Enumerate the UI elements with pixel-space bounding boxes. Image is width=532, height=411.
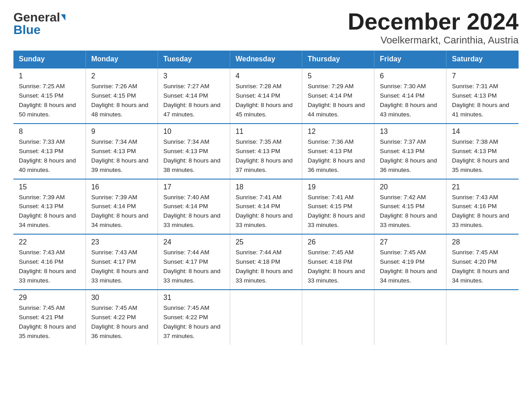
day-info: Sunrise: 7:45 AMSunset: 4:22 PMDaylight:… bbox=[163, 304, 221, 339]
weekday-header: Saturday bbox=[446, 51, 519, 68]
day-info: Sunrise: 7:36 AMSunset: 4:13 PMDaylight:… bbox=[308, 138, 365, 173]
calendar-week-row: 8 Sunrise: 7:33 AMSunset: 4:13 PMDayligh… bbox=[13, 124, 519, 179]
day-number: 4 bbox=[236, 72, 296, 80]
day-info: Sunrise: 7:43 AMSunset: 4:16 PMDaylight:… bbox=[452, 194, 509, 229]
calendar-cell: 24 Sunrise: 7:44 AMSunset: 4:17 PMDaylig… bbox=[158, 234, 230, 290]
calendar-cell: 12 Sunrise: 7:36 AMSunset: 4:13 PMDaylig… bbox=[302, 124, 374, 179]
day-number: 6 bbox=[380, 72, 441, 80]
day-info: Sunrise: 7:25 AMSunset: 4:15 PMDaylight:… bbox=[19, 83, 76, 118]
day-number: 9 bbox=[91, 128, 152, 136]
calendar-cell: 16 Sunrise: 7:39 AMSunset: 4:14 PMDaylig… bbox=[86, 179, 158, 235]
weekday-header: Sunday bbox=[13, 51, 86, 68]
calendar-week-row: 1 Sunrise: 7:25 AMSunset: 4:15 PMDayligh… bbox=[13, 68, 519, 124]
day-number: 12 bbox=[308, 128, 369, 136]
day-number: 22 bbox=[19, 238, 80, 246]
calendar-cell: 5 Sunrise: 7:29 AMSunset: 4:14 PMDayligh… bbox=[302, 68, 374, 124]
day-number: 10 bbox=[163, 128, 224, 136]
day-info: Sunrise: 7:39 AMSunset: 4:14 PMDaylight:… bbox=[91, 194, 149, 229]
calendar-cell: 23 Sunrise: 7:43 AMSunset: 4:17 PMDaylig… bbox=[86, 234, 158, 290]
calendar-cell: 21 Sunrise: 7:43 AMSunset: 4:16 PMDaylig… bbox=[446, 179, 519, 235]
day-number: 16 bbox=[91, 183, 152, 191]
day-number: 27 bbox=[380, 238, 441, 246]
calendar-week-row: 22 Sunrise: 7:43 AMSunset: 4:16 PMDaylig… bbox=[13, 234, 519, 290]
weekday-header: Friday bbox=[374, 51, 446, 68]
calendar-cell: 30 Sunrise: 7:45 AMSunset: 4:22 PMDaylig… bbox=[86, 290, 158, 345]
calendar-cell: 14 Sunrise: 7:38 AMSunset: 4:13 PMDaylig… bbox=[446, 124, 519, 179]
day-info: Sunrise: 7:35 AMSunset: 4:13 PMDaylight:… bbox=[236, 138, 293, 173]
calendar-cell: 7 Sunrise: 7:31 AMSunset: 4:13 PMDayligh… bbox=[446, 68, 519, 124]
calendar-cell: 19 Sunrise: 7:41 AMSunset: 4:15 PMDaylig… bbox=[302, 179, 374, 235]
day-info: Sunrise: 7:33 AMSunset: 4:13 PMDaylight:… bbox=[19, 138, 76, 173]
day-number: 26 bbox=[308, 238, 369, 246]
calendar-cell: 27 Sunrise: 7:45 AMSunset: 4:19 PMDaylig… bbox=[374, 234, 446, 290]
page-title: December 2024 bbox=[348, 9, 519, 34]
day-info: Sunrise: 7:45 AMSunset: 4:21 PMDaylight:… bbox=[19, 304, 76, 339]
day-number: 1 bbox=[19, 72, 80, 80]
calendar-cell: 29 Sunrise: 7:45 AMSunset: 4:21 PMDaylig… bbox=[13, 290, 86, 345]
calendar-cell: 18 Sunrise: 7:41 AMSunset: 4:14 PMDaylig… bbox=[230, 179, 302, 235]
weekday-header: Wednesday bbox=[230, 51, 302, 68]
calendar-table: SundayMondayTuesdayWednesdayThursdayFrid… bbox=[13, 51, 519, 344]
day-number: 21 bbox=[452, 183, 513, 191]
day-info: Sunrise: 7:41 AMSunset: 4:14 PMDaylight:… bbox=[236, 194, 293, 229]
day-number: 23 bbox=[91, 238, 152, 246]
calendar-cell: 25 Sunrise: 7:44 AMSunset: 4:18 PMDaylig… bbox=[230, 234, 302, 290]
calendar-cell: 17 Sunrise: 7:40 AMSunset: 4:14 PMDaylig… bbox=[158, 179, 230, 235]
day-number: 20 bbox=[380, 183, 441, 191]
day-number: 2 bbox=[91, 72, 152, 80]
day-info: Sunrise: 7:45 AMSunset: 4:20 PMDaylight:… bbox=[452, 249, 509, 284]
calendar-cell: 28 Sunrise: 7:45 AMSunset: 4:20 PMDaylig… bbox=[446, 234, 519, 290]
day-number: 14 bbox=[452, 128, 513, 136]
calendar-cell: 20 Sunrise: 7:42 AMSunset: 4:15 PMDaylig… bbox=[374, 179, 446, 235]
day-info: Sunrise: 7:45 AMSunset: 4:18 PMDaylight:… bbox=[308, 249, 365, 284]
day-number: 7 bbox=[452, 72, 513, 80]
day-info: Sunrise: 7:34 AMSunset: 4:13 PMDaylight:… bbox=[163, 138, 221, 173]
day-number: 15 bbox=[19, 183, 80, 191]
day-info: Sunrise: 7:41 AMSunset: 4:15 PMDaylight:… bbox=[308, 194, 365, 229]
calendar-cell: 3 Sunrise: 7:27 AMSunset: 4:14 PMDayligh… bbox=[158, 68, 230, 124]
day-info: Sunrise: 7:44 AMSunset: 4:17 PMDaylight:… bbox=[163, 249, 221, 284]
day-info: Sunrise: 7:45 AMSunset: 4:19 PMDaylight:… bbox=[380, 249, 437, 284]
calendar-cell: 4 Sunrise: 7:28 AMSunset: 4:14 PMDayligh… bbox=[230, 68, 302, 124]
day-info: Sunrise: 7:40 AMSunset: 4:14 PMDaylight:… bbox=[163, 194, 221, 229]
day-number: 18 bbox=[236, 183, 296, 191]
day-number: 17 bbox=[163, 183, 224, 191]
calendar-cell: 10 Sunrise: 7:34 AMSunset: 4:13 PMDaylig… bbox=[158, 124, 230, 179]
calendar-cell bbox=[374, 290, 446, 345]
calendar-cell bbox=[230, 290, 302, 345]
day-info: Sunrise: 7:31 AMSunset: 4:13 PMDaylight:… bbox=[452, 83, 509, 118]
day-info: Sunrise: 7:37 AMSunset: 4:13 PMDaylight:… bbox=[380, 138, 437, 173]
day-info: Sunrise: 7:26 AMSunset: 4:15 PMDaylight:… bbox=[91, 83, 149, 118]
calendar-cell: 31 Sunrise: 7:45 AMSunset: 4:22 PMDaylig… bbox=[158, 290, 230, 345]
day-info: Sunrise: 7:39 AMSunset: 4:13 PMDaylight:… bbox=[19, 194, 76, 229]
calendar-cell: 22 Sunrise: 7:43 AMSunset: 4:16 PMDaylig… bbox=[13, 234, 86, 290]
logo-blue: Blue bbox=[13, 24, 41, 36]
day-info: Sunrise: 7:29 AMSunset: 4:14 PMDaylight:… bbox=[308, 83, 365, 118]
logo: General Blue bbox=[13, 9, 65, 36]
calendar-cell: 8 Sunrise: 7:33 AMSunset: 4:13 PMDayligh… bbox=[13, 124, 86, 179]
day-info: Sunrise: 7:30 AMSunset: 4:14 PMDaylight:… bbox=[380, 83, 437, 118]
day-number: 8 bbox=[19, 128, 80, 136]
page-subtitle: Voelkermarkt, Carinthia, Austria bbox=[348, 34, 519, 46]
weekday-header: Monday bbox=[86, 51, 158, 68]
day-number: 3 bbox=[163, 72, 224, 80]
calendar-week-row: 29 Sunrise: 7:45 AMSunset: 4:21 PMDaylig… bbox=[13, 290, 519, 345]
day-info: Sunrise: 7:43 AMSunset: 4:17 PMDaylight:… bbox=[91, 249, 149, 284]
calendar-cell: 2 Sunrise: 7:26 AMSunset: 4:15 PMDayligh… bbox=[86, 68, 158, 124]
calendar-cell: 13 Sunrise: 7:37 AMSunset: 4:13 PMDaylig… bbox=[374, 124, 446, 179]
calendar-cell: 11 Sunrise: 7:35 AMSunset: 4:13 PMDaylig… bbox=[230, 124, 302, 179]
day-number: 19 bbox=[308, 183, 369, 191]
calendar-cell bbox=[446, 290, 519, 345]
weekday-header: Tuesday bbox=[158, 51, 230, 68]
calendar-header-row: SundayMondayTuesdayWednesdayThursdayFrid… bbox=[13, 51, 519, 68]
day-number: 29 bbox=[19, 294, 80, 302]
calendar-cell: 1 Sunrise: 7:25 AMSunset: 4:15 PMDayligh… bbox=[13, 68, 86, 124]
day-info: Sunrise: 7:44 AMSunset: 4:18 PMDaylight:… bbox=[236, 249, 293, 284]
day-info: Sunrise: 7:38 AMSunset: 4:13 PMDaylight:… bbox=[452, 138, 509, 173]
day-number: 11 bbox=[236, 128, 296, 136]
calendar-week-row: 15 Sunrise: 7:39 AMSunset: 4:13 PMDaylig… bbox=[13, 179, 519, 235]
calendar-cell: 6 Sunrise: 7:30 AMSunset: 4:14 PMDayligh… bbox=[374, 68, 446, 124]
calendar-cell bbox=[302, 290, 374, 345]
day-number: 5 bbox=[308, 72, 369, 80]
calendar-cell: 26 Sunrise: 7:45 AMSunset: 4:18 PMDaylig… bbox=[302, 234, 374, 290]
